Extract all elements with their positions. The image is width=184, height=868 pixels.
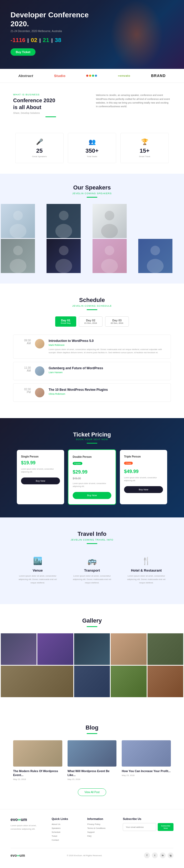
pricing-type-single: Single Person — [21, 455, 60, 458]
footer-col-quicklinks: Quick Links About Us Speakers Schedule T… — [52, 817, 80, 843]
speakers-grid — [0, 204, 184, 273]
footer-col-title-information: Information — [87, 817, 115, 820]
countdown-days: -1116 — [10, 37, 25, 43]
about-description: Welcome to Jevelin, an amazing speaker, … — [96, 93, 171, 108]
hero-cta-button[interactable]: Buy Ticket — [10, 49, 35, 56]
speaker-photo-3 — [93, 204, 127, 238]
social-instagram-icon[interactable]: ig — [168, 852, 174, 858]
speakers-title: Our Speakers — [0, 184, 184, 191]
footer-link-about[interactable]: About Us — [52, 823, 80, 826]
stat-label-seats: Total Seats — [71, 155, 113, 158]
blog-card-title-3: How You Can Increase Your Profit... — [122, 769, 171, 773]
footer: evo∞um Lorem ipsum dolor sit amet, conse… — [0, 809, 184, 864]
schedule-content-1: Introduction to WordPress 5.0 Mark Robin… — [49, 339, 166, 354]
blog-btn-row: View All Post — [13, 788, 171, 796]
tab-day01-sublabel: Great Day — [61, 322, 71, 324]
footer-subscribe-button[interactable]: Subscribe Now — [158, 823, 174, 831]
svg-point-7 — [9, 259, 26, 273]
speakers-header: Our Speakers Jevelin Coming Speakers — [0, 184, 184, 197]
speaker-silhouette-2 — [47, 204, 81, 238]
blog-view-all-button[interactable]: View All Post — [78, 788, 106, 796]
speaker-photo-5 — [47, 239, 81, 273]
schedule-subtitle: Jevelin Coming Schedule — [13, 305, 171, 307]
pricing-type-double: Double Person — [73, 456, 112, 458]
schedule-time-1: 09:30AM — [18, 339, 31, 345]
footer-link-terms[interactable]: Terms & Conditions — [87, 827, 115, 829]
pricing-type-triple: Triple Person — [124, 455, 163, 458]
speaker-silhouette-1 — [1, 204, 35, 238]
about-tag: What is Business — [13, 93, 88, 96]
gallery-item-7 — [74, 665, 110, 697]
pricing-btn-double[interactable]: Buy Now — [73, 492, 112, 499]
schedule-avatar-1 — [35, 339, 44, 348]
about-left: What is Business Conference 2020is all A… — [13, 93, 88, 117]
schedule-content-2: Gutenberg and Future of WordPress Liam H… — [49, 366, 166, 375]
tab-day03[interactable]: Day 0322 Dec, 2016 — [105, 316, 129, 327]
stat-card-speakers: 🎤 25 Great Speakers — [15, 133, 64, 163]
gallery-item-9 — [148, 665, 183, 697]
footer-subscribe-form: Subscribe Now — [123, 823, 174, 831]
speaker-silhouette-4 — [1, 239, 35, 273]
gallery-item-4 — [111, 633, 146, 665]
gallery-item-8 — [111, 665, 146, 697]
pricing-card-triple: Triple Person Cheap $49.99 Lorem ipsum d… — [120, 450, 167, 504]
pricing-original-double: $49.00 — [73, 477, 112, 480]
footer-social: f t in ig — [144, 852, 174, 858]
pricing-btn-triple[interactable]: Buy Now — [124, 486, 163, 493]
schedule-item-1: 09:30AM Introduction to WordPress 5.0 Ma… — [13, 335, 171, 359]
blog-card-title-2: What Will Wordpress Event Be Like... — [67, 769, 117, 777]
footer-link-privacy[interactable]: Privacy Policy — [87, 823, 115, 826]
stat-label-tracks: Smart Track — [123, 155, 166, 158]
tab-day02[interactable]: Day 0221 Dec, 2016 — [79, 316, 102, 327]
footer-link-support[interactable]: Support — [87, 831, 115, 833]
footer-link-contact[interactable]: Contact — [52, 839, 80, 841]
footer-email-input[interactable] — [123, 823, 156, 831]
svg-point-0 — [13, 211, 23, 220]
logo-dots — [86, 74, 97, 77]
footer-link-speakers[interactable]: Speakers — [52, 827, 80, 829]
svg-point-12 — [151, 246, 160, 255]
blog-card-3: How You Can Increase Your Profit... May … — [122, 740, 171, 781]
about-subtitle: Share, Develop Solutions — [13, 112, 88, 114]
footer-link-ticket[interactable]: Ticket — [52, 835, 80, 837]
blog-title: Blog — [13, 724, 171, 731]
footer-bottom-logo: evo∞um — [10, 853, 25, 858]
footer-link-faq[interactable]: FAQ — [87, 835, 115, 837]
schedule-speaker-1: Mark Robinson — [49, 344, 166, 346]
speaker-silhouette-7 — [138, 239, 173, 273]
tab-day03-sublabel: 22 Dec, 2016 — [111, 322, 123, 324]
tab-day01[interactable]: Day 01Great Day — [55, 316, 76, 327]
pricing-desc-triple: Lorem ipsum dolor sit amet, consectetur … — [124, 476, 163, 482]
tab-day02-sublabel: 21 Dec, 2016 — [84, 322, 97, 324]
pricing-btn-single[interactable]: Buy Now — [21, 477, 60, 484]
gallery-title: Gallery — [13, 617, 171, 624]
countdown-sep3: | — [51, 38, 53, 43]
countdown-seconds: 38 — [55, 37, 61, 43]
blog-card-1: The Modern Rules Of Wordpress Event... M… — [13, 740, 62, 781]
blog-card-2: What Will Wordpress Event Be Like... May… — [67, 740, 117, 781]
venue-icon: 🏙️ — [17, 557, 58, 565]
countdown-seconds-num: 38 — [55, 37, 61, 43]
svg-point-10 — [104, 246, 114, 255]
stat-card-tracks: 🏆 15+ Smart Track — [120, 133, 169, 163]
social-linkedin-icon[interactable]: in — [160, 852, 165, 858]
gallery-item-1 — [1, 633, 36, 665]
countdown-sep2: | — [39, 38, 41, 43]
blog-img-1 — [13, 740, 62, 767]
blog-section: Blog The Modern Rules Of Wordpress Event… — [0, 711, 184, 809]
pricing-badge-triple: Cheap — [124, 462, 133, 465]
svg-point-6 — [13, 246, 23, 255]
footer-bottom: evo∞um © 2020 EvoSum. All Rights Reserve… — [10, 848, 174, 858]
hero-title: Developer Conference 2020. — [10, 10, 89, 28]
speaker-photo-7 — [138, 239, 173, 273]
svg-point-4 — [104, 211, 114, 220]
schedule-time-3: 02:30PM — [18, 388, 31, 394]
social-twitter-icon[interactable]: t — [152, 852, 158, 858]
countdown-sep1: | — [27, 38, 29, 43]
pricing-card-single: Single Person $19.99 Lorem ipsum dolor s… — [17, 450, 64, 504]
svg-point-13 — [147, 259, 164, 273]
footer-copyright: © 2020 EvoSum. All Rights Reserved. — [67, 854, 102, 857]
footer-link-schedule[interactable]: Schedule — [52, 831, 80, 833]
travel-title-hotel: Hotel & Restaurant — [126, 568, 167, 572]
social-facebook-icon[interactable]: f — [144, 852, 150, 858]
